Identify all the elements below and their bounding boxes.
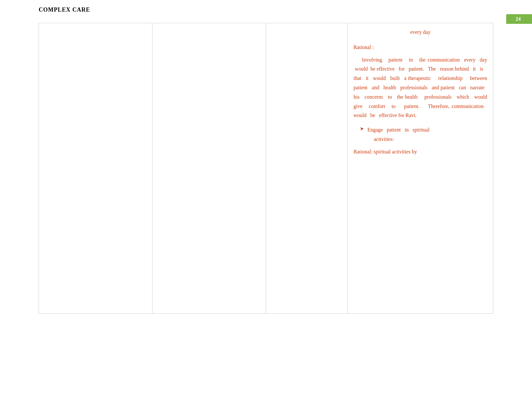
page-number: 24 [516,16,521,22]
rational-last-text: Rational: spiritual activities by [353,147,487,157]
every-day-text: every day [353,28,487,37]
bullet-item: ➤ Engage patient in spiritual activities… [360,125,487,144]
column-1 [39,23,153,313]
bullet-arrow-icon: ➤ [360,126,364,132]
table-row: every day Rational : Involving patient i… [39,23,493,313]
column-4: every day Rational : Involving patient i… [348,23,493,313]
page-number-badge: 24 [506,14,532,24]
column-2 [153,23,266,313]
bullet-text: Engage patient in spiritual activities: [367,125,429,144]
header: COMPLEX CARE [0,0,532,13]
rational-label: Rational : [353,43,487,52]
page-title: COMPLEX CARE [39,6,90,13]
main-table: every day Rational : Involving patient i… [39,23,493,314]
bullet-section: ➤ Engage patient in spiritual activities… [353,125,487,144]
rational-paragraph: Involving patient in the communication e… [353,55,487,121]
column-3 [266,23,348,313]
